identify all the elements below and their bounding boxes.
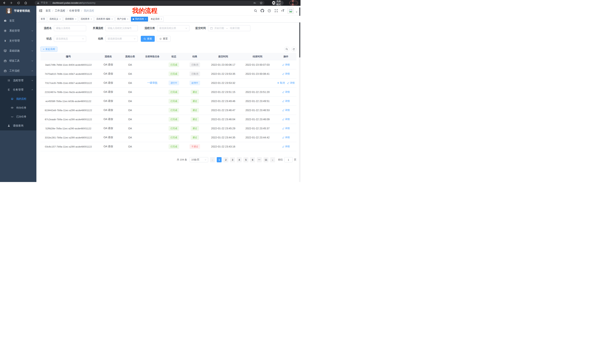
font-size-icon[interactable]: TT [281,9,284,12]
reset-button[interactable]: 重置 [157,36,170,42]
monitor-icon [4,49,7,52]
table-row: 67c2eaab-7b9a-11ec-a290-acde48001122 OA … [40,115,296,124]
sidebar-item-workflow[interactable]: 工作流程 [0,66,36,76]
scrollbar-thumb[interactable] [299,7,300,57]
status-select[interactable]: 请选择状态 [54,36,86,42]
sidebar-item-label: 我的流程 [16,97,26,101]
detail-link[interactable]: 详情 [282,90,290,94]
close-icon[interactable]: × [145,18,146,20]
sidebar-item-home[interactable]: 首页 [0,16,36,26]
page-button-3[interactable]: 3 [230,157,235,162]
avatar[interactable] [288,8,293,14]
page-button-4[interactable]: 4 [237,157,242,162]
page-button-5[interactable]: 5 [243,157,248,162]
col-submit-time: 提交时间 [207,55,240,58]
tab-process-definition[interactable]: 流程定义× [48,17,62,21]
sidebar-item-process-mgmt[interactable]: 流程管理 [0,76,36,85]
detail-link[interactable]: 详情 [282,118,290,121]
breadcrumb-workflow[interactable]: 工作流程 [55,9,65,12]
page-scrollbar[interactable] [299,6,300,182]
tab-process-model[interactable]: 流程模型× [63,17,78,21]
sidebar-toggle-icon[interactable] [39,9,42,12]
col-result: 结果 [183,55,207,58]
home-icon[interactable] [24,1,27,4]
breadcrumb-home[interactable]: 首页 [46,9,51,12]
forward-icon[interactable] [10,1,13,4]
bookmark-star-icon[interactable] [260,1,263,4]
reload-icon[interactable] [17,1,20,4]
help-icon[interactable]: ? [267,9,271,12]
prev-page-button[interactable]: ‹ [210,157,215,162]
detail-link[interactable]: 详情 [287,81,295,85]
url-bar[interactable]: 不安全 dashboard.yudao.iocoder.cn/bpm/task/… [35,1,264,5]
page-size-select[interactable]: 10条/页 [190,157,208,162]
cell-end-time: 2022-01-23 00:07:03 [240,63,275,66]
sidebar-item-done-tasks[interactable]: 已办任务 [0,112,36,121]
cell-name: OA 请假 [96,72,120,76]
app-logo-row[interactable]: 芋道管理系统 [0,6,36,16]
table-search-toggle-button[interactable] [284,47,289,52]
dashboard-icon [4,19,7,22]
table-refresh-button[interactable] [291,47,296,52]
fullscreen-icon[interactable] [274,9,278,12]
close-icon[interactable]: × [91,18,92,20]
page-button-6[interactable]: 6 [250,157,255,162]
sidebar-item-task-mgmt[interactable]: 任务管理 [0,85,36,95]
detail-link[interactable]: 详情 [282,99,290,103]
close-icon[interactable]: × [161,18,162,20]
breadcrumb-task-mgmt[interactable]: 任务管理 [69,9,80,12]
sidebar-item-infra[interactable]: 基础设施 [0,46,36,56]
category-select[interactable]: 请选择流程分类 [157,25,190,31]
sidebar-item-leave-query[interactable]: 请假查询 [0,121,36,130]
tab-start-process[interactable]: 发起流程× [149,17,164,21]
date-range-picker[interactable]: 开始日期 - 结束日期 [208,25,250,31]
page-ellipsis[interactable]: ••• [257,157,262,162]
page-button-2[interactable]: 2 [223,157,228,162]
result-select[interactable]: 请选择流结果 [105,36,138,42]
sidebar-item-my-process[interactable]: 我的流程 [0,95,36,103]
tab-user-group[interactable]: 用户分组× [115,17,130,21]
update-button[interactable]: 更新 [289,1,298,5]
next-page-button[interactable]: › [270,157,275,162]
close-icon[interactable]: × [75,18,76,20]
page-button-11[interactable]: 11 [263,157,268,162]
page-button-1[interactable]: 1 [217,157,221,162]
update-label: 更新 [292,0,294,6]
sidebar-item-system[interactable]: 系统管理 [0,26,36,36]
close-icon[interactable]: × [60,18,61,20]
sidebar-item-payment[interactable]: ¥ 支付管理 [0,36,36,46]
close-icon[interactable]: × [127,18,128,20]
chrome-menu-icon[interactable] [296,2,296,4]
current-task-link[interactable]: 一级审批 [147,81,158,84]
tab-process-form-edit[interactable]: 流程表单-编辑× [95,17,114,21]
process-name-input[interactable]: 请输入流程名 [54,25,86,31]
goto-suffix: 页 [294,158,296,161]
close-icon[interactable]: × [111,18,113,20]
avatar-caret-icon[interactable] [296,11,298,13]
incognito-badge: 无痕模式 [272,1,284,5]
cancel-link[interactable]: 取消 [277,81,285,85]
detail-link[interactable]: 详情 [282,145,290,148]
sidebar-item-todo-tasks[interactable]: 待办任务 [0,103,36,112]
tab-process-form[interactable]: 流程表单× [79,17,94,21]
github-icon[interactable] [260,9,264,12]
key-icon[interactable] [253,1,256,4]
detail-link[interactable]: 详情 [282,136,290,139]
filter-category-label: 流程分类 [141,27,155,30]
goto-page-input[interactable]: 1 [284,157,292,162]
detail-link[interactable]: 详情 [282,63,290,67]
detail-link[interactable]: 详情 [282,72,290,76]
detail-link[interactable]: 详情 [282,127,290,130]
process-definition-input[interactable]: 请输入流程定义的编号 [105,25,138,31]
search-button[interactable]: 搜索 [141,36,155,42]
create-process-button[interactable]: + 发起流程 [40,47,57,52]
back-icon[interactable] [3,1,6,4]
search-icon[interactable] [254,9,257,12]
tab-home[interactable]: 首页 [39,17,47,21]
goto-label: 前往 [278,158,283,161]
detail-link[interactable]: 详情 [282,108,290,112]
table-row: 3ad174fb-7b9d-11ec-8404-acde48001122 OA … [40,60,296,69]
sidebar-item-devtools[interactable]: 研发工具 [0,56,36,66]
search-icon [144,38,146,40]
tab-my-process[interactable]: 我的流程× [131,17,148,21]
